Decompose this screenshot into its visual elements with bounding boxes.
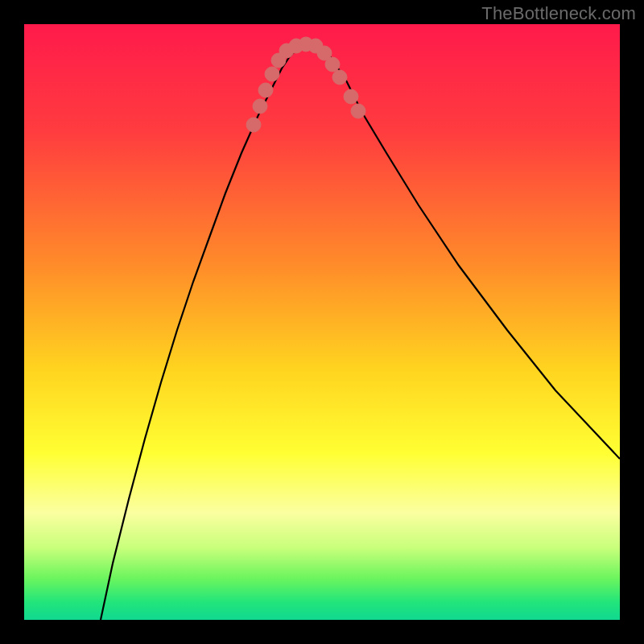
- curve-marker: [325, 57, 340, 72]
- curve-marker: [253, 99, 267, 114]
- bottleneck-chart: [24, 24, 620, 620]
- chart-background: [24, 24, 620, 620]
- curve-marker: [265, 67, 279, 81]
- curve-marker: [332, 70, 347, 85]
- curve-marker: [258, 83, 273, 97]
- curve-marker: [351, 104, 365, 118]
- curve-marker: [344, 89, 358, 104]
- curve-marker: [246, 118, 261, 132]
- app-frame: TheBottleneck.com: [0, 0, 644, 644]
- watermark-text: TheBottleneck.com: [481, 3, 636, 24]
